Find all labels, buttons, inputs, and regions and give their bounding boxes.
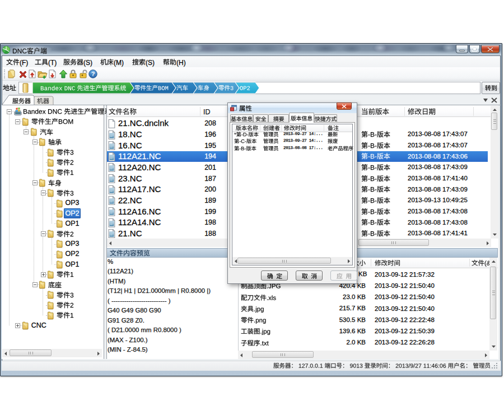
svg-text:?: ? — [91, 71, 95, 77]
